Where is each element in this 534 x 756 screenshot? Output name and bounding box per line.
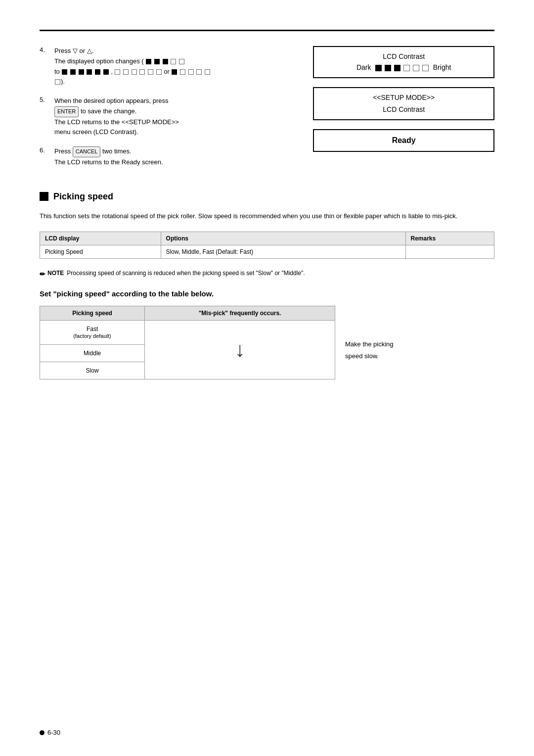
up-arrow-icon: △ (87, 47, 92, 54)
picking-table-body: Fast(factory default) ↓ Middle Slow (40, 321, 335, 379)
ready-box: Ready (313, 129, 494, 152)
step-4: 4. Press ▽ or △. The displayed option ch… (40, 46, 293, 87)
options-table-header-row: LCD display Options Remarks (40, 232, 494, 245)
page: 4. Press ▽ or △. The displayed option ch… (0, 0, 534, 756)
note-block: ✏ NOTE Processing speed of scanning is r… (40, 269, 494, 280)
section-title-text: Picking speed (53, 191, 113, 202)
bright-label: Bright (433, 63, 451, 71)
options-table-body: Picking Speed Slow, Middle, Fast (Defaul… (40, 245, 494, 258)
main-content: 4. Press ▽ or △. The displayed option ch… (40, 46, 494, 177)
down-arrow-icon: ▽ (73, 47, 78, 54)
setup-mode-box: <<SETUP MODE>> LCD Contrast (313, 87, 494, 121)
page-number-text: 6-30 (47, 729, 60, 736)
step-6: 6. Press CANCEL two times. The LCD retur… (40, 146, 293, 167)
section-bullet-icon (40, 192, 48, 201)
step-5: 5. When the desired option appears, pres… (40, 96, 293, 138)
filled-squares-demo (145, 57, 185, 65)
section-description: This function sets the rotational speed … (40, 211, 494, 222)
enter-button-label: ENTER (54, 106, 79, 117)
picking-speed-section: Picking speed This function sets the rot… (40, 191, 494, 394)
options-col-remarks: Remarks (405, 232, 494, 245)
picking-row-fast: Fast(factory default) ↓ (40, 321, 335, 345)
picking-down-arrow: ↓ (235, 338, 245, 361)
lcd-contrast-box: LCD Contrast Dark Bright (313, 46, 494, 78)
note-text: Processing speed of scanning is reduced … (67, 269, 305, 278)
right-column: LCD Contrast Dark Bright <<SETUP (313, 46, 494, 177)
table-cell-options: Slow, Middle, Fast (Default: Fast) (161, 245, 405, 258)
picking-col-mispick: "Mis-pick" frequently occurs. (145, 306, 335, 321)
step-5-line2: to save the change. (81, 107, 136, 115)
step-6-line1-post: two times. (102, 147, 132, 155)
picking-table: Picking speed "Mis-pick" frequently occu… (40, 306, 335, 379)
step-5-line3: The LCD returns to the <<SETUP MODE>> (54, 118, 179, 126)
step-6-line2: The LCD returns to the Ready screen. (54, 158, 163, 166)
page-dot-icon (40, 730, 44, 735)
note-pencil-icon: ✏ (40, 269, 45, 280)
table-cell-remarks (405, 245, 494, 258)
ready-label: Ready (392, 136, 416, 144)
setup-mode-line1: <<SETUP MODE>> (322, 92, 486, 104)
subsection-title: Set "picking speed" according to the tab… (40, 289, 494, 298)
speed-slow: Slow (40, 362, 145, 379)
note-label-area: ✏ NOTE (40, 269, 64, 280)
step-4-line3: to (54, 68, 61, 75)
step-4-line2: The displayed option changes ( (54, 57, 144, 65)
step-6-line1-pre: Press (54, 147, 73, 155)
picking-speed-layout: Picking speed "Mis-pick" frequently occu… (40, 306, 494, 394)
partial-filled-squares (171, 68, 211, 75)
picking-header-row: Picking speed "Mis-pick" frequently occu… (40, 306, 335, 321)
options-table-head: LCD display Options Remarks (40, 232, 494, 245)
last-sq: ). (54, 78, 65, 85)
all-empty-squares (114, 68, 164, 75)
contrast-squares (375, 63, 431, 71)
page-number-area: 6-30 (40, 729, 60, 736)
make-picking-slow-text: Make the pickingspeed slow. (345, 340, 394, 359)
step-4-text: Press ▽ or △. The displayed option chang… (54, 46, 293, 87)
options-col-options: Options (161, 232, 405, 245)
options-table: LCD display Options Remarks Picking Spee… (40, 232, 494, 259)
picking-speed-note: Make the pickingspeed slow. (345, 338, 394, 362)
dark-label: Dark (356, 63, 371, 71)
note-label: NOTE (47, 269, 64, 278)
speed-middle: Middle (40, 345, 145, 362)
step-6-num: 6. (40, 146, 49, 167)
picking-col-speed: Picking speed (40, 306, 145, 321)
picking-table-head: Picking speed "Mis-pick" frequently occu… (40, 306, 335, 321)
step-5-text: When the desired option appears, press E… (54, 96, 293, 138)
all-filled-squares (61, 68, 111, 75)
step-5-line4: menu screen (LCD Contrast). (54, 128, 138, 136)
left-column: 4. Press ▽ or △. The displayed option ch… (40, 46, 293, 177)
lcd-dark-bright-row: Dark Bright (322, 62, 486, 73)
step-5-line1: When the desired option appears, press (54, 97, 169, 104)
speed-fast: Fast(factory default) (40, 321, 145, 345)
lcd-contrast-title: LCD Contrast (322, 51, 486, 62)
step-6-text: Press CANCEL two times. The LCD returns … (54, 146, 293, 167)
step-5-num: 5. (40, 96, 49, 138)
setup-mode-line2: LCD Contrast (322, 104, 486, 116)
section-title: Picking speed (40, 191, 494, 202)
cancel-button-label: CANCEL (73, 146, 101, 157)
picking-arrow-cell: ↓ (145, 321, 335, 379)
options-col-lcd-display: LCD display (40, 232, 161, 245)
table-cell-lcd: Picking Speed (40, 245, 161, 258)
step-4-num: 4. (40, 46, 49, 87)
table-row: Picking Speed Slow, Middle, Fast (Defaul… (40, 245, 494, 258)
top-rule (40, 30, 494, 31)
